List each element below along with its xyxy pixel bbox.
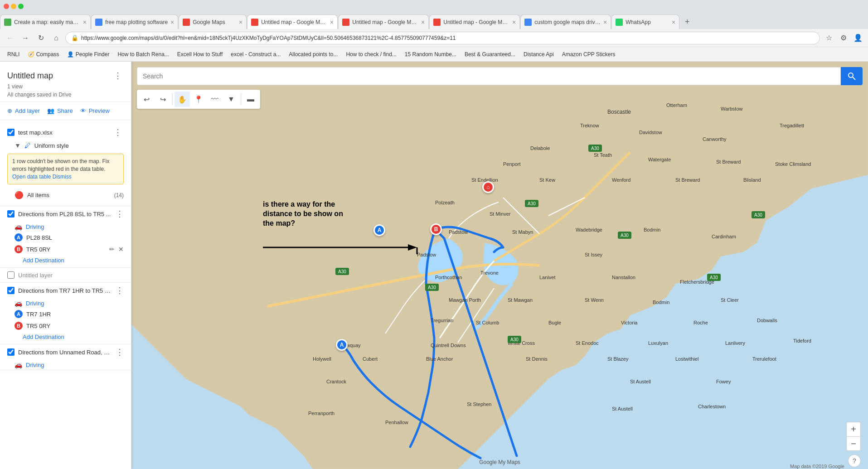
- svg-text:Tregadillett: Tregadillett: [780, 123, 804, 128]
- add-layer-button[interactable]: ⊕ Add layer: [7, 106, 40, 116]
- directions-checkbox-3[interactable]: [7, 348, 15, 356]
- tab-close-icon[interactable]: ×: [512, 19, 516, 26]
- driving-label-3: Driving: [26, 362, 44, 368]
- tab-untitled-map-active[interactable]: Untitled map - Google My ... ×: [247, 15, 338, 29]
- edit-waypoint-icon[interactable]: ✏: [109, 246, 115, 253]
- bookmark-allocated-points[interactable]: Allocated points to...: [285, 49, 341, 60]
- draw-line-button[interactable]: 〰: [207, 92, 223, 107]
- marker-a2-label: A: [336, 339, 348, 351]
- bookmark-rnli[interactable]: RNLI: [4, 49, 23, 60]
- directions-header-2: Directions from TR7 1HR to TR5 0... ⋮: [0, 283, 131, 298]
- svg-text:Trevone: Trevone: [480, 270, 499, 276]
- map-container[interactable]: Boscastle Otterham Warbstow Treknow Davi…: [131, 62, 868, 469]
- tab-create-map[interactable]: Create a map: easily map m... ×: [0, 15, 91, 29]
- map-search-input[interactable]: [137, 67, 841, 85]
- marker-home[interactable]: ⌂: [482, 181, 494, 193]
- back-button[interactable]: ←: [4, 32, 16, 44]
- measure-button[interactable]: ▬: [243, 92, 258, 107]
- redo-button[interactable]: ↪: [155, 92, 170, 107]
- help-button[interactable]: ?: [848, 454, 861, 467]
- layer-menu-button[interactable]: ⋮: [112, 126, 124, 139]
- extensions-button[interactable]: ⚙: [837, 32, 850, 44]
- zoom-in-button[interactable]: +: [846, 422, 861, 436]
- tab-close-icon[interactable]: ×: [672, 19, 675, 26]
- tab-custom-google-maps[interactable]: custom google maps drivin... ×: [520, 15, 611, 29]
- waypoint-b-1: B TR5 0RY ✏ ✕: [0, 243, 131, 255]
- directions-menu-1[interactable]: ⋮: [116, 209, 124, 219]
- svg-text:A30: A30: [428, 285, 436, 290]
- dismiss-link[interactable]: Dismiss: [53, 174, 72, 180]
- tab-close-icon[interactable]: ×: [83, 19, 87, 26]
- open-data-table-link[interactable]: Open data table: [12, 174, 51, 180]
- layer-section-test-map: test map.xlsx ⋮ ▼ 🖊 Uniform style 1 row …: [0, 120, 131, 206]
- driving-row-3: 🚗 Driving: [0, 360, 131, 370]
- tab-untitled-map-3[interactable]: Untitled map - Google My ... ×: [429, 15, 520, 29]
- pan-tool-button[interactable]: ✋: [175, 92, 190, 107]
- delete-waypoint-icon[interactable]: ✕: [118, 246, 124, 253]
- share-button[interactable]: 👥 Share: [47, 106, 73, 116]
- waypoint-b-2: B TR5 0RY: [0, 320, 131, 332]
- sidebar-actions: ⊕ Add layer 👥 Share 👁 Preview: [0, 102, 131, 120]
- bookmark-button[interactable]: ☆: [823, 32, 835, 44]
- bookmark-batch-rename[interactable]: How to Batch Rena...: [114, 49, 172, 60]
- add-marker-button[interactable]: 📍: [191, 92, 206, 107]
- tab-close-icon[interactable]: ×: [603, 19, 607, 26]
- directions-checkbox-1[interactable]: [7, 210, 15, 218]
- home-button[interactable]: ⌂: [50, 32, 63, 44]
- new-tab-button[interactable]: +: [680, 15, 694, 29]
- tab-close-icon[interactable]: ×: [330, 19, 334, 26]
- view-count: 1 view: [7, 83, 124, 90]
- add-destination-2[interactable]: Add Destination: [0, 332, 131, 344]
- tab-close-icon[interactable]: ×: [170, 19, 174, 26]
- bookmark-best-guaranteed[interactable]: Best & Guaranteed...: [461, 49, 519, 60]
- directions-menu-2[interactable]: ⋮: [116, 285, 124, 295]
- attribution-text: Map data ©2019 Google: [790, 464, 844, 469]
- maximize-window-btn[interactable]: [18, 4, 24, 9]
- tab-favicon: [95, 19, 102, 26]
- tab-label: Create a map: easily map m...: [14, 19, 80, 25]
- address-bar[interactable]: 🔒 https://www.google.com/maps/d/u/0/edit…: [65, 32, 820, 44]
- bookmark-people-finder[interactable]: 👤 People Finder: [63, 49, 113, 60]
- collapse-icon[interactable]: ▼: [15, 142, 21, 149]
- directions-menu-3[interactable]: ⋮: [116, 347, 124, 357]
- svg-text:Delabole: Delabole: [530, 145, 550, 151]
- tab-label: Untitled map - Google My ...: [443, 19, 509, 25]
- bookmark-distance-api[interactable]: Distance Api: [520, 49, 558, 60]
- untitled-layer-checkbox[interactable]: [7, 271, 15, 279]
- bookmark-how-to-check[interactable]: How to check / find...: [342, 49, 400, 60]
- tab-close-icon[interactable]: ×: [239, 19, 242, 26]
- close-window-btn[interactable]: [4, 4, 9, 9]
- refresh-button[interactable]: ↻: [34, 32, 47, 44]
- svg-text:Lanivet: Lanivet: [539, 275, 555, 280]
- user-button[interactable]: 👤: [852, 32, 864, 44]
- tab-free-map[interactable]: free map plotting software ×: [91, 15, 178, 29]
- all-items-row[interactable]: 🔴 All items (14): [0, 188, 131, 202]
- map-tools-bar: ↩ ↪ ✋ 📍 〰 ▼ ▬: [137, 90, 260, 109]
- bookmark-excell[interactable]: Excell How to Stuff: [174, 49, 227, 60]
- forward-button[interactable]: →: [19, 32, 32, 44]
- bookmark-excel-construct[interactable]: excel - Construct a...: [227, 49, 284, 60]
- undo-button[interactable]: ↩: [139, 92, 154, 107]
- svg-text:St Mawgan: St Mawgan: [508, 297, 533, 303]
- minimize-window-btn[interactable]: [11, 4, 16, 9]
- bookmark-random-numbers[interactable]: 15 Random Numbe...: [401, 49, 460, 60]
- add-destination-1[interactable]: Add Destination: [0, 255, 131, 267]
- map-search-button[interactable]: [841, 67, 863, 85]
- map-title: Untitled map: [7, 71, 53, 81]
- layer-checkbox[interactable]: [7, 129, 15, 136]
- filter-button[interactable]: ▼: [223, 92, 239, 107]
- waypoint-a-1: A PL28 8SL: [0, 232, 131, 243]
- bookmark-amazon-cpp[interactable]: Amazon CPP Stickers: [558, 49, 619, 60]
- tab-untitled-map-2[interactable]: Untitled map - Google My ... ×: [338, 15, 429, 29]
- tab-whatsapp[interactable]: WhatsApp ×: [611, 15, 679, 29]
- zoom-out-button[interactable]: −: [846, 436, 861, 451]
- bookmark-compass[interactable]: 🧭 Compass: [24, 49, 63, 60]
- directions-checkbox-2[interactable]: [7, 287, 15, 294]
- map-menu-button[interactable]: ⋮: [112, 69, 124, 82]
- map-background[interactable]: Boscastle Otterham Warbstow Treknow Davi…: [131, 62, 868, 469]
- preview-button[interactable]: 👁 Preview: [80, 106, 110, 116]
- tab-close-icon[interactable]: ×: [421, 19, 425, 26]
- waypoint-marker-a-2: A: [15, 310, 23, 318]
- tab-google-maps[interactable]: Google Maps ×: [179, 15, 247, 29]
- marker-a-tr7[interactable]: A: [336, 339, 348, 351]
